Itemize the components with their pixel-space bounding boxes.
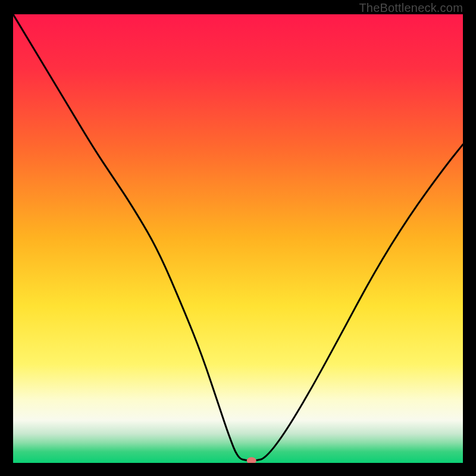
plot-area [13, 14, 463, 463]
chart-frame: TheBottleneck.com [0, 0, 476, 476]
watermark-text: TheBottleneck.com [359, 1, 463, 15]
chart-svg [13, 14, 463, 463]
